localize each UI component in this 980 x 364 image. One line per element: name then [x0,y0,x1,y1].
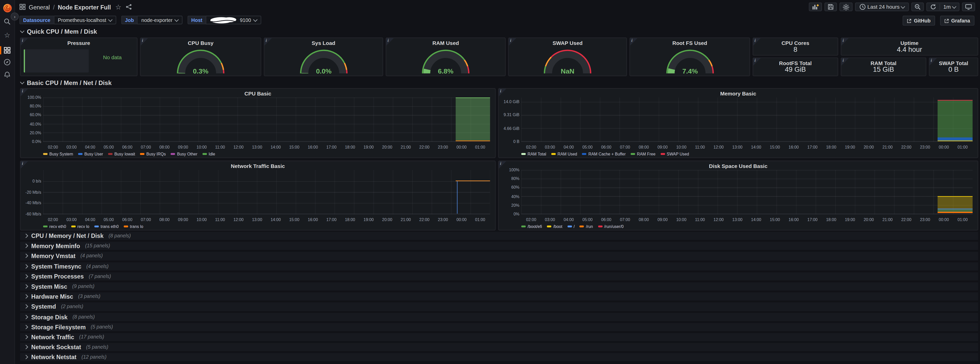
variable-value-dropdown[interactable]: Prometheus-localhost [53,16,116,24]
collapsed-row-cpu-memory-net-disk[interactable]: CPU / Memory / Net / Disk(8 panels) [20,232,978,240]
collapsed-row-storage-disk[interactable]: Storage Disk(8 panels) [20,313,978,321]
legend-item[interactable]: trans eth0 [94,224,119,229]
legend-item[interactable]: Busy Other [171,152,197,156]
legend-item[interactable]: /run [580,224,593,229]
panel-uptime[interactable]: i Uptime 4.4 hour [841,38,978,56]
legend-item[interactable]: Busy User [78,152,103,156]
panel-sys-load[interactable]: i Sys Load 0.0% [264,38,383,76]
legend-item[interactable]: recv eth0 [43,224,66,229]
panel-info-icon[interactable]: i [509,38,516,45]
panel-title[interactable]: Pressure [28,40,129,46]
time-range-picker[interactable]: Last 24 hours [855,3,909,11]
variable-host[interactable]: Host 9100 [188,16,261,24]
grafana-logo-icon[interactable] [0,3,14,14]
collapsed-row-network-netstat[interactable]: Network Netstat(12 panels) [20,353,978,361]
panel-ram-total[interactable]: i RAM Total 15 GiB [841,57,926,76]
panel-info-icon[interactable]: i [841,38,849,45]
legend-item[interactable]: / [567,224,575,229]
panel-title[interactable]: Memory Basic [506,91,970,97]
panel-info-icon[interactable]: i [141,38,148,45]
panel-info-icon[interactable]: i [21,38,28,45]
panel-info-icon[interactable]: i [630,38,638,45]
dashboard-grid-icon[interactable] [19,4,25,10]
collapsed-row-memory-vmstat[interactable]: Memory Vmstat(4 panels) [20,252,978,260]
legend-item[interactable]: /boot [547,224,562,229]
panel-info-icon[interactable]: i [841,58,849,65]
legend-item[interactable]: Busy IRQs [140,152,166,156]
panel-memory-basic[interactable]: i Memory Basic 14.0 GiB9.31 GiB4.66 GiB0… [498,88,978,158]
collapsed-row-network-traffic[interactable]: Network Traffic(17 panels) [20,333,978,341]
add-panel-button[interactable] [809,3,822,11]
variable-job[interactable]: Job node-exporter [121,16,183,24]
dashboards-icon[interactable] [0,46,14,54]
panel-title[interactable]: SWAP Total [937,60,970,66]
row-header-basic[interactable]: Basic CPU / Mem / Net / Disk [21,79,111,86]
favorite-star-icon[interactable]: ☆ [115,3,121,11]
legend-item[interactable]: Busy Iowait [108,152,135,156]
collapsed-row-system-processes[interactable]: System Processes(7 panels) [20,272,978,280]
dashboard-settings-gear-icon[interactable] [839,3,852,11]
panel-disk-space-used-basic[interactable]: i Disk Space Used Basic 100%80%60%40%20%… [498,161,978,230]
panel-info-icon[interactable]: i [21,161,28,168]
row-header-quick[interactable]: Quick CPU / Mem / Disk [21,27,97,35]
panel-title[interactable]: RAM Used [394,40,498,46]
panel-info-icon[interactable]: i [753,38,760,45]
legend-item[interactable]: RAM Used [551,152,577,156]
panel-title[interactable]: RAM Total [849,60,918,66]
starred-dashboards-icon[interactable]: ☆ [0,31,14,38]
variable-value-dropdown[interactable]: node-exporter [137,16,182,24]
legend-item[interactable]: recv lo [71,224,89,229]
legend-item[interactable]: RAM Free [631,152,655,156]
variable-datasource[interactable]: Datasource Prometheus-localhost [19,16,116,24]
panel-swap-used[interactable]: i SWAP Used NaN [508,38,627,76]
panel-title[interactable]: CPU Busy [148,40,253,46]
panel-title[interactable]: Sys Load [272,40,375,46]
panel-cpu-busy[interactable]: i CPU Busy 0.3% [140,38,261,76]
panel-pressure[interactable]: i Pressure No data [20,38,137,76]
legend-item[interactable]: RAM Cache + Buffer [582,152,626,156]
legend-item[interactable]: SWAP Used [660,152,689,156]
zoom-out-time-button[interactable] [912,3,924,11]
panel-title[interactable]: CPU Basic [28,91,488,97]
legend-item[interactable]: trans lo [124,224,143,229]
collapsed-row-systemd[interactable]: Systemd(2 panels) [20,302,978,311]
save-dashboard-button[interactable] [824,3,837,11]
explore-compass-icon[interactable] [0,58,14,65]
collapsed-row-system-misc[interactable]: System Misc(9 panels) [20,282,978,291]
panel-title[interactable]: RootFS Total [760,60,830,66]
refresh-picker[interactable]: 1m [926,3,959,11]
panel-cpu-cores[interactable]: i CPU Cores 8 [752,38,838,56]
collapsed-row-hardware-misc[interactable]: Hardware Misc(3 panels) [20,292,978,301]
collapsed-row-storage-filesystem[interactable]: Storage Filesystem(5 panels) [20,323,978,331]
legend-item[interactable]: RAM Total [521,152,546,156]
variable-value-dropdown[interactable]: 9100 [205,16,261,24]
grafana-link-button[interactable]: Grafana [940,16,974,25]
panel-title[interactable]: Disk Space Used Basic [506,163,970,169]
legend-item[interactable]: Busy System [43,152,73,156]
kiosk-mode-button[interactable] [962,3,975,11]
share-icon[interactable] [126,4,132,10]
panel-root-fs-used[interactable]: i Root FS Used 7.4% [629,38,750,76]
legend-item[interactable]: /run/user/0 [598,224,624,229]
legend-item[interactable]: Idle [202,152,215,156]
collapsed-row-network-sockstat[interactable]: Network Sockstat(5 panels) [20,343,978,351]
panel-info-icon[interactable]: i [264,38,272,45]
panel-title[interactable]: Root FS Used [638,40,742,46]
sidebar-expand-button[interactable]: › [11,13,19,21]
panel-info-icon[interactable]: i [499,89,506,96]
panel-info-icon[interactable]: i [386,38,394,45]
panel-network-traffic-basic[interactable]: i Network Traffic Basic 0 b/s-20 Mb/s-40… [20,161,495,230]
panel-title[interactable]: SWAP Used [516,40,619,46]
panel-ram-used[interactable]: i RAM Used 6.8% [386,38,506,76]
panel-swap-total[interactable]: i SWAP Total 0 B [929,57,978,76]
panel-cpu-basic[interactable]: i CPU Basic 100.0%80.0%60.0%40.0%20.0%0.… [20,88,495,158]
legend-item[interactable]: /boot/efi [521,224,542,229]
panel-rootfs-total[interactable]: i RootFS Total 49 GiB [752,57,838,76]
panel-title[interactable]: Network Traffic Basic [28,163,488,169]
collapsed-row-memory-meminfo[interactable]: Memory Meminfo(15 panels) [20,242,978,250]
panel-info-icon[interactable]: i [753,58,760,65]
breadcrumb-section[interactable]: General [29,3,50,10]
github-link-button[interactable]: GitHub [903,16,935,25]
panel-info-icon[interactable]: i [929,58,937,65]
collapsed-row-system-timesync[interactable]: System Timesync(4 panels) [20,262,978,270]
